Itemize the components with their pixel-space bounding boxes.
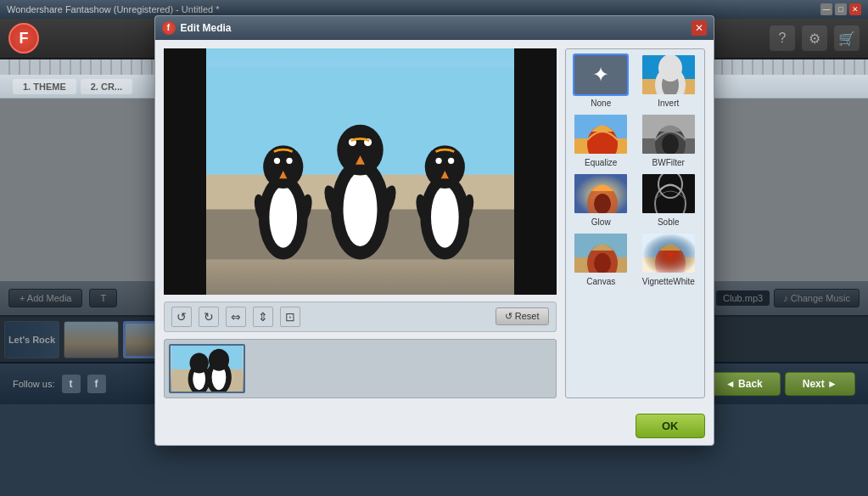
filter-vignettewhite-thumb [641, 232, 697, 274]
penguins-image [206, 48, 514, 295]
filter-canvas[interactable]: Canvas [570, 232, 633, 286]
svg-point-4 [269, 186, 297, 248]
dialog-logo: f [162, 21, 176, 35]
follow-label: Follow us: [13, 379, 55, 389]
window-close-button[interactable]: ✕ [849, 3, 861, 15]
modal-overlay: f Edit Media ✕ [0, 99, 868, 362]
nav-buttons: ◄ Back Next ► [708, 372, 855, 396]
header-icons: ? ⚙ 🛒 [770, 25, 860, 51]
back-button[interactable]: ◄ Back [708, 372, 781, 396]
filter-soble-thumb [641, 172, 697, 215]
minimize-button[interactable]: — [820, 3, 832, 15]
filter-invert[interactable]: Invert [637, 54, 700, 108]
thumbnail-item[interactable] [169, 344, 245, 393]
step-theme[interactable]: 1. THEME [13, 79, 76, 94]
preview-right-bar [514, 48, 557, 295]
flip-v-button[interactable]: ⇕ [253, 307, 273, 327]
preview-image [164, 48, 557, 295]
filter-none-label: None [591, 99, 611, 108]
filter-glow-thumb [573, 172, 629, 215]
rotate-left-button[interactable]: ↺ [171, 307, 192, 327]
dialog-footer: OK [155, 407, 714, 445]
next-button[interactable]: Next ► [785, 372, 855, 396]
filter-none[interactable]: ✦ None [570, 54, 633, 108]
filter-grid: ✦ None [570, 54, 700, 286]
filter-none-star: ✦ [592, 63, 609, 87]
filter-panel: ✦ None [565, 48, 705, 398]
svg-point-23 [447, 157, 453, 163]
svg-point-7 [286, 157, 292, 163]
filter-vignettewhite-svg [642, 234, 697, 274]
preview-area: ↺ ↻ ⇔ ⇕ ⊡ ↺ Reset [164, 48, 557, 398]
edit-media-dialog: f Edit Media ✕ [154, 15, 714, 446]
filter-equalize-svg [574, 115, 629, 155]
filter-soble[interactable]: Soble [637, 172, 700, 227]
filter-vignettewhite[interactable]: VignetteWhite [637, 232, 700, 286]
filter-glow-label: Glow [591, 217, 611, 227]
svg-point-49 [594, 194, 611, 214]
svg-rect-60 [642, 234, 697, 274]
preview-toolbar: ↺ ↻ ⇔ ⇕ ⊡ ↺ Reset [164, 302, 557, 332]
crop-button[interactable]: ⊡ [280, 307, 300, 327]
filter-invert-thumb [641, 54, 697, 96]
filter-bwfilter-svg [642, 115, 697, 155]
filter-bwfilter[interactable]: BWFilter [637, 113, 700, 167]
app-title: Wondershare Fantashow (Unregistered) - U… [7, 4, 219, 14]
filter-vignettewhite-label: VignetteWhite [642, 277, 695, 286]
filter-soble-label: Soble [658, 217, 680, 227]
facebook-icon[interactable]: f [87, 375, 106, 393]
dialog-close-button[interactable]: ✕ [692, 20, 707, 36]
dialog-title: Edit Media [181, 22, 232, 34]
filter-invert-label: Invert [658, 99, 679, 108]
filter-soble-svg [642, 174, 697, 215]
thumbnail-inner [171, 346, 244, 392]
app-logo: F [8, 23, 39, 54]
filter-bwfilter-label: BWFilter [652, 158, 685, 167]
title-bar-controls: — □ ✕ [820, 3, 861, 15]
svg-point-31 [189, 352, 208, 373]
step-create[interactable]: 2. CR... [81, 79, 132, 94]
svg-point-46 [662, 134, 679, 155]
filter-canvas-label: Canvas [586, 277, 615, 286]
ok-button[interactable]: OK [636, 414, 705, 438]
main-area: + Add Media T Club.mp3 ♪ Change Music Le… [0, 99, 868, 362]
svg-rect-50 [642, 174, 697, 215]
reset-button[interactable]: ↺ Reset [496, 307, 549, 325]
preview-left-bar [164, 48, 206, 295]
follow-section: Follow us: t f [13, 375, 106, 393]
settings-icon[interactable]: ⚙ [802, 25, 827, 51]
twitter-icon[interactable]: t [62, 375, 81, 393]
filter-invert-svg [642, 55, 697, 96]
svg-point-34 [208, 348, 228, 370]
flip-h-button[interactable]: ⇔ [226, 307, 246, 327]
filter-glow-svg [574, 174, 629, 215]
svg-point-6 [273, 157, 279, 163]
help-icon[interactable]: ? [770, 25, 795, 51]
filter-scroll[interactable]: ✦ None [565, 48, 705, 398]
preview-image-inner [206, 48, 514, 295]
filter-none-bg: ✦ [574, 55, 627, 94]
svg-point-22 [435, 157, 441, 163]
svg-point-20 [430, 186, 458, 248]
rotate-right-button[interactable]: ↻ [199, 307, 219, 327]
dialog-titlebar: f Edit Media ✕ [155, 16, 714, 40]
filter-glow[interactable]: Glow [570, 172, 633, 227]
svg-point-56 [594, 253, 611, 273]
svg-point-21 [424, 145, 464, 189]
filter-invert-bg [642, 55, 695, 94]
filter-canvas-svg [574, 234, 629, 274]
filter-equalize[interactable]: Equalize [570, 113, 633, 167]
shop-icon[interactable]: 🛒 [834, 25, 860, 51]
svg-point-39 [658, 55, 682, 82]
filter-equalize-thumb [573, 113, 629, 155]
filter-bwfilter-thumb [641, 113, 697, 155]
dialog-body: ↺ ↻ ⇔ ⇕ ⊡ ↺ Reset [155, 40, 714, 407]
svg-point-5 [263, 145, 303, 189]
penguins-svg [206, 48, 514, 278]
maximize-button[interactable]: □ [835, 3, 847, 15]
filter-none-thumb: ✦ [573, 54, 629, 96]
svg-point-12 [343, 172, 377, 245]
thumb-svg [171, 346, 244, 392]
filter-canvas-thumb [573, 232, 629, 274]
svg-point-13 [337, 124, 383, 175]
